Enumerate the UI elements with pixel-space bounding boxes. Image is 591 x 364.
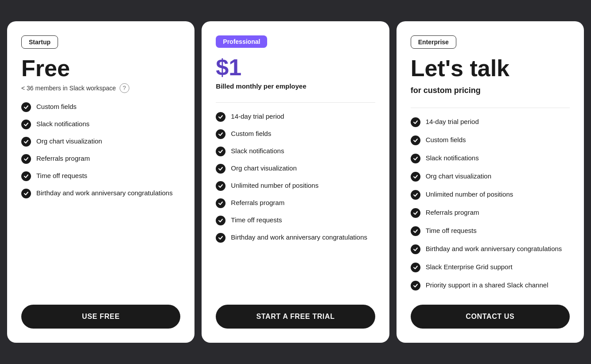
startup-subtitle-row: < 36 members in Slack workspace? [21,83,180,93]
feature-item: Time off requests [411,226,570,236]
startup-price: Free [21,56,180,81]
check-icon [216,147,226,156]
professional-divider [216,102,375,103]
pricing-card-professional: Professional$1Billed monthly per employe… [202,21,389,342]
check-icon [411,117,420,127]
feature-text: Referrals program [231,198,284,207]
feature-text: Time off requests [231,215,282,225]
feature-item: Org chart visualization [216,163,375,174]
enterprise-badge: Enterprise [411,35,456,49]
check-icon [21,189,31,198]
check-icon [411,226,420,236]
feature-item: 14-day trial period [411,117,570,127]
check-icon [216,216,226,225]
check-icon [411,154,420,163]
feature-item: Unlimited number of positions [216,181,375,191]
feature-text: Org chart visualization [36,136,102,146]
feature-item: Org chart visualization [411,171,570,182]
feature-item: Slack notifications [411,153,570,163]
feature-item: Birthday and work anniversary congratula… [21,188,180,198]
professional-price: $1 [216,55,375,80]
enterprise-price-sub: for custom pricing [411,86,570,95]
feature-text: Org chart visualization [231,163,296,173]
professional-features-list: 14-day trial periodCustom fieldsSlack no… [216,112,375,290]
feature-text: Referrals program [426,208,479,217]
feature-text: Priority support in a shared Slack chann… [426,280,548,290]
check-icon [411,208,420,218]
feature-text: Slack notifications [231,146,284,155]
check-icon [216,233,226,243]
feature-text: Org chart visualization [426,171,491,181]
check-icon [21,137,31,147]
feature-item: Org chart visualization [21,136,180,147]
check-icon [411,244,420,254]
pricing-grid: StartupFree< 36 members in Slack workspa… [7,21,584,342]
feature-item: Custom fields [411,135,570,145]
feature-item: Referrals program [216,198,375,208]
feature-text: Time off requests [426,226,477,235]
professional-badge: Professional [216,35,267,48]
feature-item: Priority support in a shared Slack chann… [411,280,570,290]
check-icon [216,164,226,174]
check-icon [411,172,420,182]
check-icon [411,136,420,145]
check-icon [411,281,420,290]
check-icon [21,102,31,112]
feature-item: Custom fields [216,129,375,139]
feature-text: Slack notifications [426,153,479,163]
feature-text: Custom fields [231,129,271,138]
feature-text: Birthday and work anniversary congratula… [426,244,562,253]
enterprise-price: Let's talk [411,56,570,81]
feature-item: Referrals program [21,154,180,164]
check-icon [21,154,31,164]
feature-text: Unlimited number of positions [231,181,319,190]
feature-item: 14-day trial period [216,112,375,122]
check-icon [21,120,31,129]
feature-item: Slack notifications [216,146,375,156]
professional-billed: Billed monthly per employee [216,82,375,90]
feature-item: Custom fields [21,102,180,112]
feature-item: Time off requests [216,215,375,225]
startup-features-list: Custom fieldsSlack notificationsOrg char… [21,102,180,290]
enterprise-cta-button[interactable]: CONTACT US [411,305,570,329]
professional-cta-button[interactable]: START A FREE TRIAL [216,305,375,329]
feature-item: Referrals program [411,208,570,218]
feature-text: Custom fields [36,102,77,111]
feature-text: Birthday and work anniversary congratula… [36,188,173,197]
feature-text: Slack notifications [36,119,89,128]
pricing-card-startup: StartupFree< 36 members in Slack workspa… [7,21,194,342]
feature-text: Custom fields [426,135,466,144]
feature-text: Birthday and work anniversary congratula… [231,232,367,242]
feature-item: Slack Enterprise Grid support [411,262,570,272]
feature-text: Unlimited number of positions [426,190,513,199]
feature-item: Slack notifications [21,119,180,129]
help-icon[interactable]: ? [120,83,129,93]
startup-badge: Startup [21,35,58,49]
feature-text: 14-day trial period [231,112,284,121]
check-icon [216,112,226,122]
enterprise-features-list: 14-day trial periodCustom fieldsSlack no… [411,117,570,290]
feature-text: Slack Enterprise Grid support [426,262,513,271]
check-icon [411,190,420,200]
feature-item: Birthday and work anniversary congratula… [411,244,570,254]
check-icon [216,198,226,208]
check-icon [216,181,226,191]
feature-item: Unlimited number of positions [411,190,570,200]
check-icon [216,129,226,139]
pricing-card-enterprise: EnterpriseLet's talkfor custom pricing14… [397,21,584,342]
feature-item: Birthday and work anniversary congratula… [216,232,375,243]
feature-text: 14-day trial period [426,117,479,126]
feature-text: Referrals program [36,154,90,163]
enterprise-divider [411,108,570,108]
startup-subtitle-text: < 36 members in Slack workspace [21,85,116,92]
feature-text: Time off requests [36,171,87,180]
startup-cta-button[interactable]: USE FREE [21,305,180,329]
check-icon [411,263,420,272]
feature-item: Time off requests [21,171,180,181]
check-icon [21,171,31,181]
